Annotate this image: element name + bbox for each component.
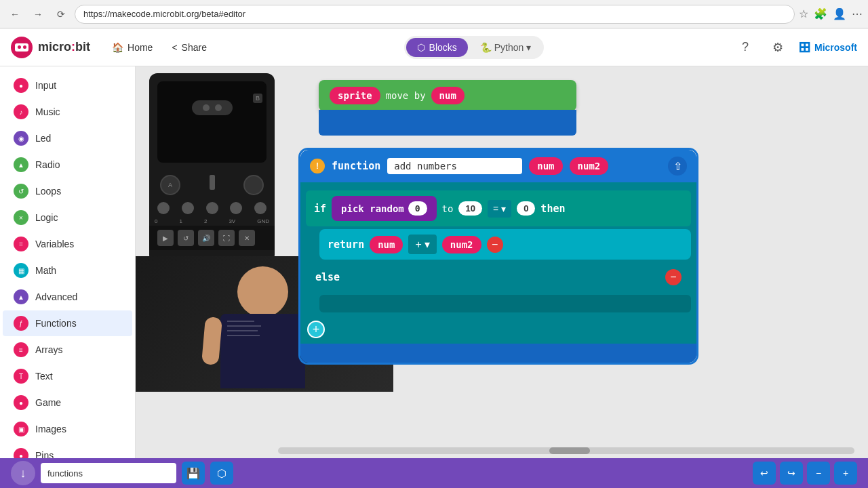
mute-button[interactable]: 🔊 bbox=[198, 230, 214, 246]
equals-sign: = bbox=[493, 203, 498, 214]
remove-button[interactable]: − bbox=[487, 237, 503, 253]
sidebar-item-pins[interactable]: ● Pins bbox=[3, 443, 132, 458]
empty-slot bbox=[319, 295, 691, 312]
sidebar-label-arrays: Arrays bbox=[35, 344, 62, 355]
function-keyword: function bbox=[332, 160, 380, 172]
sidebar-item-loops[interactable]: ↺ Loops bbox=[3, 178, 132, 204]
expand-button[interactable]: ⇧ bbox=[668, 157, 687, 176]
function-header: ! function num num2 ⇧ bbox=[300, 150, 696, 182]
device-preview: B A 0 1 2 3V bbox=[149, 73, 275, 263]
microsoft-logo: ⊞ Microsoft bbox=[798, 39, 857, 56]
if-keyword: if bbox=[314, 203, 326, 215]
header-center: ⬡ Blocks 🐍 Python ▾ bbox=[223, 36, 725, 59]
profile-icon[interactable]: 👤 bbox=[833, 7, 846, 20]
home-button[interactable]: 🏠 Home bbox=[104, 38, 161, 57]
sidebar-item-images[interactable]: ▣ Images bbox=[3, 416, 132, 442]
share-button[interactable]: < Share bbox=[163, 38, 215, 57]
sidebar-item-advanced[interactable]: ▲ Advanced bbox=[3, 284, 132, 310]
github-button[interactable]: ⬡ bbox=[210, 462, 233, 485]
sidebar-item-variables[interactable]: = Variables bbox=[3, 231, 132, 257]
search-input[interactable] bbox=[41, 463, 176, 483]
sidebar-item-led[interactable]: ◉ Led bbox=[3, 125, 132, 151]
home-icon: 🏠 bbox=[112, 42, 123, 53]
pins-icon: ● bbox=[14, 448, 28, 458]
radio-icon: ▲ bbox=[14, 157, 28, 172]
canvas-area: B A 0 1 2 3V bbox=[136, 66, 868, 458]
redo-button[interactable]: ↪ bbox=[780, 462, 803, 485]
to-val: 10 bbox=[458, 201, 481, 216]
sidebar-item-functions[interactable]: ƒ Functions bbox=[3, 310, 132, 336]
h-scrollbar[interactable] bbox=[278, 447, 854, 454]
device-controls: ▶ ↺ 🔊 ⛶ ✕ bbox=[149, 226, 275, 250]
sidebar-label-led: Led bbox=[35, 133, 51, 144]
zoom-in-button[interactable]: + bbox=[834, 462, 857, 485]
add-branch-button[interactable]: + bbox=[307, 321, 325, 338]
sidebar-item-game[interactable]: ● Game bbox=[3, 390, 132, 415]
btn-a[interactable]: A bbox=[160, 175, 180, 195]
refresh-button[interactable]: ⟳ bbox=[52, 5, 71, 24]
undo-button[interactable]: ↩ bbox=[753, 462, 776, 485]
bookmark-icon[interactable]: ☆ bbox=[799, 7, 808, 20]
logo-area: micro:bit bbox=[11, 37, 90, 58]
pick-random-block[interactable]: pick random 0 bbox=[332, 196, 437, 221]
btn-b-circle[interactable] bbox=[243, 175, 264, 195]
forward-button[interactable]: → bbox=[28, 5, 47, 24]
tab-python[interactable]: 🐍 Python ▾ bbox=[469, 38, 542, 57]
gear-icon: ⚙ bbox=[772, 40, 783, 55]
device-buttons: A bbox=[149, 171, 275, 199]
play-button[interactable]: ▶ bbox=[157, 230, 174, 246]
sidebar-item-logic[interactable]: × Logic bbox=[3, 205, 132, 230]
op-dropdown[interactable]: + ▾ bbox=[408, 235, 436, 254]
equals-dropdown[interactable]: = ▾ bbox=[488, 200, 511, 218]
help-button[interactable]: ? bbox=[733, 35, 757, 60]
sidebar-item-input[interactable]: ● Input bbox=[3, 73, 132, 98]
url-text: https://makecode.microbit.org/beta#edito… bbox=[83, 9, 245, 19]
sprite-move-block: sprite move by num bbox=[319, 80, 576, 136]
fullscreen-button[interactable]: ⛶ bbox=[218, 230, 235, 246]
save-button[interactable]: 💾 bbox=[182, 462, 205, 485]
from-val: 0 bbox=[408, 201, 427, 216]
more-icon[interactable]: ⋯ bbox=[852, 7, 863, 20]
sidebar-label-game: Game bbox=[35, 397, 61, 408]
restart-button[interactable]: ↺ bbox=[178, 230, 194, 246]
zoom-out-button[interactable]: − bbox=[807, 462, 830, 485]
plus-sign: + bbox=[415, 239, 421, 251]
remove-else-button[interactable]: − bbox=[665, 269, 682, 285]
sidebar-label-functions: Functions bbox=[35, 318, 77, 329]
functions-icon: ƒ bbox=[14, 316, 28, 331]
back-button[interactable]: ← bbox=[5, 5, 24, 24]
sidebar-item-math[interactable]: ▦ Math bbox=[3, 258, 132, 283]
advanced-icon: ▲ bbox=[14, 289, 28, 304]
chevron-down-icon: ▾ bbox=[526, 42, 531, 53]
sidebar-label-math: Math bbox=[35, 265, 56, 276]
address-bar[interactable]: https://makecode.microbit.org/beta#edito… bbox=[75, 5, 795, 24]
settings-button[interactable]: ⚙ bbox=[766, 35, 790, 60]
game-icon: ● bbox=[14, 395, 28, 410]
function-name-input[interactable] bbox=[387, 158, 522, 174]
led-icon: ◉ bbox=[14, 131, 28, 146]
sprite-pill: sprite bbox=[330, 87, 380, 104]
sidebar-item-radio[interactable]: ▲ Radio bbox=[3, 152, 132, 178]
python-icon: 🐍 bbox=[480, 42, 492, 53]
logic-icon: × bbox=[14, 210, 28, 225]
download-button[interactable]: ↓ bbox=[11, 461, 35, 485]
sidebar-label-logic: Logic bbox=[35, 212, 58, 223]
to-text: to bbox=[442, 203, 454, 214]
tab-blocks[interactable]: ⬡ Blocks bbox=[406, 38, 468, 57]
browser-bar: ← → ⟳ https://makecode.microbit.org/beta… bbox=[0, 0, 868, 28]
header-nav: 🏠 Home < Share bbox=[104, 38, 215, 57]
sidebar-label-radio: Radio bbox=[35, 159, 60, 170]
face-eye-left bbox=[203, 104, 210, 111]
ms-grid-icon: ⊞ bbox=[798, 39, 810, 56]
plus-row: + bbox=[300, 315, 696, 344]
close-button[interactable]: ✕ bbox=[239, 230, 255, 246]
device-screen: B bbox=[157, 81, 267, 163]
function-body: if pick random 0 to 10 = ▾ bbox=[300, 182, 696, 344]
extension-icon[interactable]: 🧩 bbox=[814, 7, 827, 20]
sidebar-item-music[interactable]: ♪ Music bbox=[3, 99, 132, 125]
sidebar-label-variables: Variables bbox=[35, 239, 74, 249]
sidebar-item-text[interactable]: T Text bbox=[3, 363, 132, 389]
sidebar-item-arrays[interactable]: ≡ Arrays bbox=[3, 337, 132, 363]
compare-val: 0 bbox=[517, 201, 535, 216]
ret-num2-pill: num2 bbox=[442, 236, 481, 253]
